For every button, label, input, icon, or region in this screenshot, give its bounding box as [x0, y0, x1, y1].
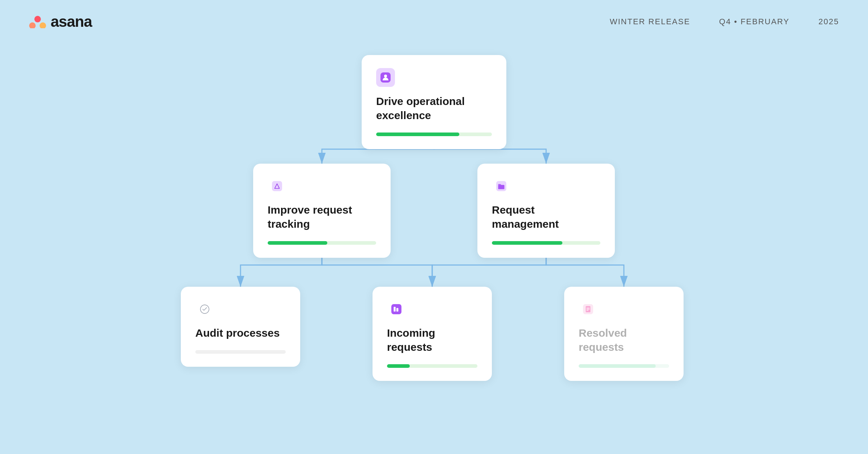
progress-bar-fill-mid-right: [492, 241, 562, 245]
header-right: WINTER RELEASE Q4 • FEBRUARY 2025: [610, 17, 839, 26]
svg-rect-9: [498, 185, 504, 189]
progress-bar-bg-top: [376, 133, 492, 136]
progress-bar-bg-mid-right: [492, 241, 600, 245]
card-request-management[interactable]: Request management: [477, 164, 615, 258]
svg-point-1: [29, 22, 36, 28]
card-icon-folder: [492, 177, 511, 196]
logo-area: asana: [29, 13, 92, 30]
card-incoming-requests[interactable]: Incoming requests: [373, 287, 492, 381]
card-title-request-management: Request management: [492, 203, 600, 231]
card-icon-triangle: [268, 177, 286, 196]
release-label: WINTER RELEASE: [610, 17, 690, 26]
card-icon-grid: [387, 300, 406, 319]
progress-bar-bg-bot-left: [195, 350, 286, 354]
card-icon-person: [376, 68, 395, 87]
progress-bar-fill-bot-mid: [387, 364, 410, 368]
progress-bar-bg-mid-left: [268, 241, 376, 245]
card-title-improve-tracking: Improve request tracking: [268, 203, 376, 231]
card-title-incoming-requests: Incoming requests: [387, 326, 477, 354]
diagram-container: Drive operational excellence Improve req…: [181, 55, 687, 435]
quarter-label: Q4 • FEBRUARY: [719, 17, 790, 26]
svg-point-2: [39, 22, 46, 28]
progress-bar-fill-bot-right: [579, 364, 656, 368]
logo-text: asana: [51, 13, 92, 30]
year-label: 2025: [818, 17, 839, 26]
progress-bar-fill-top: [376, 133, 459, 136]
svg-rect-12: [393, 307, 395, 312]
card-drive-operational-excellence[interactable]: Drive operational excellence: [362, 55, 506, 149]
header: asana WINTER RELEASE Q4 • FEBRUARY 2025: [0, 0, 868, 30]
svg-rect-13: [396, 308, 398, 312]
card-title-audit-processes: Audit processes: [195, 326, 286, 340]
card-title-drive-operational: Drive operational excellence: [376, 94, 492, 122]
card-resolved-requests[interactable]: Resolved requests: [564, 287, 684, 381]
svg-point-5: [384, 75, 387, 77]
diagram-area: Drive operational excellence Improve req…: [0, 36, 868, 454]
asana-logo-icon: [29, 15, 46, 28]
progress-bar-bg-bot-right: [579, 364, 669, 368]
card-improve-request-tracking[interactable]: Improve request tracking: [253, 164, 391, 258]
card-icon-checkmark: [195, 300, 214, 319]
card-icon-document: [579, 300, 597, 319]
card-audit-processes[interactable]: Audit processes: [181, 287, 300, 367]
progress-bar-fill-mid-left: [268, 241, 327, 245]
card-title-resolved-requests: Resolved requests: [579, 326, 669, 354]
svg-rect-6: [272, 181, 282, 191]
svg-point-0: [34, 16, 41, 22]
progress-bar-bg-bot-mid: [387, 364, 477, 368]
